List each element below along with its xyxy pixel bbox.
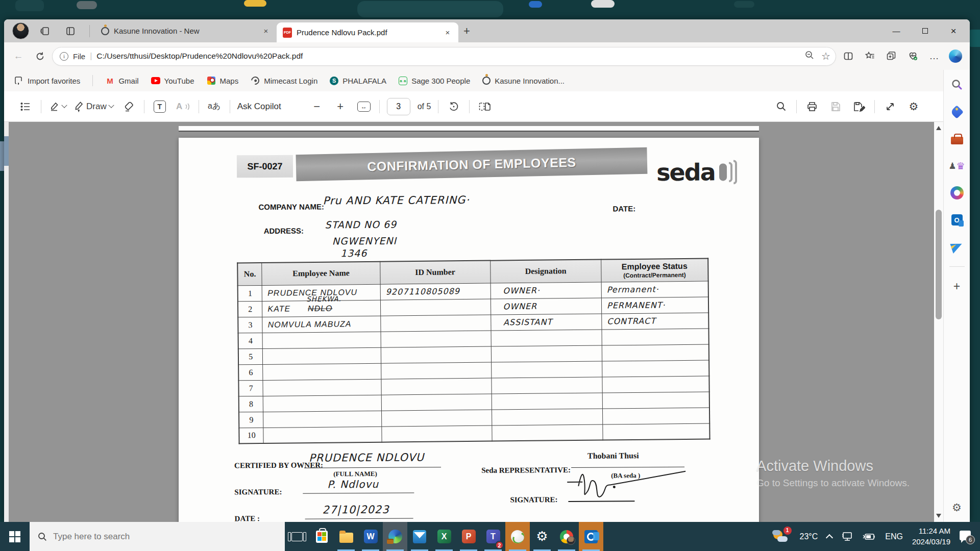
sidebar-tools-icon[interactable] [949,131,965,146]
language-indicator[interactable]: ENG [885,532,903,541]
app-mail[interactable] [407,522,432,551]
favorite-gmail[interactable]: M Gmail [105,76,138,85]
id-number-cell [381,394,492,411]
zoom-out-icon[interactable]: − [309,97,325,116]
favorite-phalafala[interactable]: S PHALAFALA [330,77,386,85]
zoom-in-icon[interactable]: + [332,97,349,116]
browser-essentials-icon[interactable] [903,47,922,65]
highlighter-tool-button[interactable] [48,97,66,116]
employee-status-cell [603,423,710,440]
app-teams[interactable]: T 2 [481,522,505,551]
left-scroll-thumb[interactable] [4,136,9,166]
address-bar[interactable]: i File | C:/Users/tthusi/Desktop/Prudenc… [52,47,836,66]
new-tab-button[interactable]: + [463,24,470,38]
tray-expand-icon[interactable] [826,534,833,541]
collections-icon[interactable] [882,47,900,65]
sidebar-shopping-icon[interactable] [949,104,965,119]
sidebar-outlook-icon[interactable]: O [949,212,965,228]
app-settings[interactable]: ⚙ [530,522,554,551]
sidebar-games-icon[interactable]: ♟♛ [949,158,965,173]
scroll-up-icon[interactable] [936,126,941,130]
app-word[interactable]: W [358,522,383,551]
row-number-cell: 7 [238,380,263,396]
page-number-input[interactable] [387,98,410,115]
left-scroll-strip [4,122,9,522]
copilot-icon[interactable] [946,47,965,65]
taskbar-search-input[interactable] [53,532,277,542]
notification-center-icon[interactable]: 6 [960,531,973,543]
sidebar-drop-icon[interactable] [949,239,965,255]
favorite-import-favorites[interactable]: Import favorites [14,76,80,85]
draw-tool-button[interactable]: Draw [74,97,113,116]
favorite-mimecast[interactable]: Mimecast Login [251,76,317,85]
add-text-icon[interactable]: T [152,97,168,116]
print-icon[interactable] [804,97,820,116]
settings-more-icon[interactable]: … [925,47,943,65]
favorite-maps[interactable]: Maps [207,76,239,85]
app-powerpoint[interactable]: P [456,522,481,551]
pdf-settings-gear-icon[interactable]: ⚙ [905,97,922,116]
app-file-explorer[interactable] [334,522,358,551]
favorites-icon[interactable] [861,47,879,65]
url-text[interactable]: C:/Users/tthusi/Desktop/Prudence%20Ndlov… [96,52,800,61]
sidebar-microsoft365-icon[interactable] [949,185,965,201]
refresh-icon[interactable] [31,47,49,65]
save-icon[interactable] [827,97,844,116]
system-tray: 1 23°C ENG 11:24 AM 2024/03/19 6 [772,522,980,551]
pdf-scrollbar[interactable] [934,122,943,522]
battery-icon[interactable] [863,533,876,541]
split-screen-icon[interactable] [839,47,857,65]
tab-pdf-active[interactable]: PDF Prudence Ndlovu Pack.pdf × [277,22,458,42]
taskbar-search-box[interactable] [30,522,285,551]
close-tab-icon[interactable]: × [442,27,453,38]
scroll-down-icon[interactable] [936,514,941,518]
eraser-icon[interactable] [120,97,137,116]
search-document-icon[interactable] [773,97,789,116]
task-view-button[interactable] [285,522,309,551]
zoom-out-page-icon[interactable] [804,50,815,62]
read-aloud-icon[interactable]: A [175,97,191,116]
temperature-label[interactable]: 23°C [800,532,818,541]
translate-icon[interactable]: aあ [206,97,223,116]
pdf-viewer-area[interactable]: SF-0027 CONFIRMATION OF EMPLOYEES seda C… [4,122,943,522]
tab-actions-menu-icon[interactable] [62,22,79,40]
sidebar-settings-gear-icon[interactable]: ⚙ [952,502,962,514]
network-icon[interactable] [841,532,853,542]
rotate-icon[interactable] [446,97,462,116]
sidebar-customize-icon[interactable]: + [949,279,965,294]
app-excel[interactable]: X [432,522,456,551]
date-label: 2024/03/19 [912,537,950,547]
favorite-star-icon[interactable]: ☆ [821,50,830,62]
fit-to-width-icon[interactable]: ↔ [356,97,372,116]
workspaces-icon[interactable] [36,22,54,40]
table-of-contents-icon[interactable] [17,97,34,116]
start-button[interactable] [0,522,30,551]
app-chrome[interactable] [554,522,579,551]
tab-kasune-innovation[interactable]: Kasune Innovation - New × [95,19,277,42]
close-tab-icon[interactable]: × [260,26,272,37]
full-screen-icon[interactable] [882,97,898,116]
save-as-icon[interactable] [851,97,867,116]
ask-copilot-button[interactable]: Ask Copilot [237,97,281,116]
close-window-button[interactable]: × [939,19,968,42]
app-microsoft-store[interactable] [309,522,334,551]
employee-status-cell [602,376,709,393]
employee-status-cell: CONTRACT [602,313,709,330]
clock[interactable]: 11:24 AM 2024/03/19 [912,526,950,547]
page-info-icon[interactable]: i [60,52,68,61]
profile-avatar[interactable] [12,22,29,39]
back-icon[interactable]: ← [9,47,28,65]
app-edge[interactable] [383,522,407,551]
toolbar-separator [230,100,230,113]
app-outlook[interactable] [579,522,603,551]
app-anyconnect[interactable] [505,522,530,551]
minimize-button[interactable]: — [882,19,911,42]
maximize-button[interactable] [911,19,939,42]
favorite-kasune-innovation[interactable]: Kasune Innovation... [482,77,565,85]
favorite-youtube[interactable]: YouTube [151,76,194,85]
scrollbar-thumb[interactable] [936,210,942,319]
favorite-sage-300-people[interactable]: a a Sage 300 People [399,77,470,85]
weather-icon[interactable]: 1 [772,529,791,544]
sidebar-search-icon[interactable] [949,77,965,92]
page-view-icon[interactable] [477,97,493,116]
